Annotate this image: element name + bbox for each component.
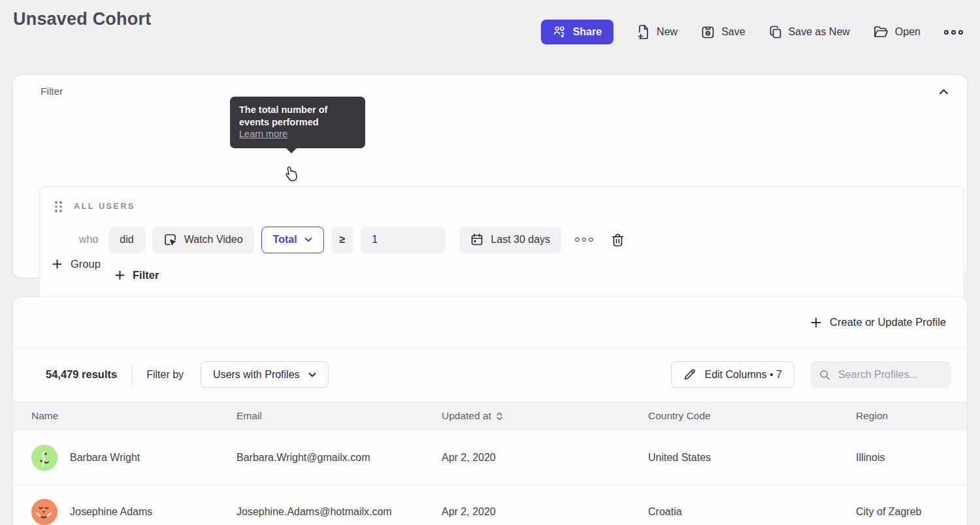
event-selector[interactable]: Watch Video (152, 227, 254, 253)
edit-columns-label: Edit Columns • 7 (704, 369, 782, 381)
delete-row-icon[interactable] (605, 233, 630, 247)
did-label: did (120, 234, 133, 246)
create-or-update-profile-button[interactable]: Create or Update Profile (811, 316, 946, 328)
table-row[interactable]: Barbara Wright Barbara.Wright@gmailx.com… (13, 431, 967, 485)
cell-updated-at: Apr 2, 2020 (442, 452, 648, 464)
plus-icon (52, 259, 62, 269)
event-icon (163, 233, 177, 247)
cell-region: City of Zagreb (856, 506, 967, 518)
filter-panel: Filter ALL USERS who did (13, 75, 967, 278)
create-profile-label: Create or Update Profile (830, 316, 946, 328)
chevron-down-icon (308, 372, 316, 377)
row-more-options-icon[interactable] (568, 238, 600, 242)
search-icon (819, 368, 830, 381)
filter-by-label: Filter by (146, 369, 184, 381)
calendar-icon (470, 233, 483, 246)
cell-updated-at: Apr 2, 2020 (442, 506, 648, 518)
operator-label: ≥ (340, 234, 346, 246)
column-header-email[interactable]: Email (237, 410, 442, 422)
save-label: Save (721, 26, 745, 38)
value-text: 1 (372, 234, 378, 246)
event-label: Watch Video (184, 234, 243, 246)
filter-condition-row: who did Watch Video Total (79, 227, 964, 253)
save-button[interactable]: Save (701, 25, 745, 39)
add-group-label: Group (71, 258, 101, 270)
table-header: Name Email Updated at Country Code Regio… (13, 401, 967, 431)
cell-name: Barbara Wright (70, 452, 140, 464)
save-as-new-button[interactable]: Save as New (769, 25, 850, 39)
profile-type-label: Users with Profiles (213, 369, 299, 381)
tooltip-learn-more-link[interactable]: Learn more (239, 129, 287, 139)
column-header-name[interactable]: Name (31, 410, 237, 422)
column-header-region[interactable]: Region (856, 410, 967, 422)
folder-open-icon (874, 25, 889, 39)
sort-icon[interactable] (497, 412, 502, 421)
open-label: Open (895, 26, 921, 38)
operator-selector[interactable]: ≥ (331, 227, 354, 253)
search-profiles-box[interactable] (810, 361, 951, 388)
aggregation-label: Total (273, 234, 297, 246)
divider (131, 365, 132, 385)
value-input[interactable]: 1 (361, 227, 446, 253)
add-filter-label: Filter (133, 269, 159, 281)
search-profiles-input[interactable] (838, 369, 942, 381)
who-label: who (79, 234, 98, 246)
cell-email: Barbara.Wright@gmailx.com (237, 452, 442, 464)
plus-icon (811, 317, 821, 328)
cell-name: Josephine Adams (70, 506, 152, 518)
avatar (31, 499, 57, 525)
new-file-icon (637, 25, 650, 39)
did-selector[interactable]: did (108, 227, 144, 253)
column-header-updated-at[interactable]: Updated at (442, 410, 648, 422)
table-row[interactable]: Josephine Adams Josephine.Adams@hotmailx… (13, 485, 967, 525)
share-label: Share (573, 26, 602, 38)
save-icon (701, 25, 715, 39)
avatar (31, 445, 57, 471)
filter-panel-label: Filter (41, 86, 63, 97)
profile-type-dropdown[interactable]: Users with Profiles (201, 361, 328, 388)
group-title: ALL USERS (74, 202, 135, 211)
results-toolbar: 54,479 results Filter by Users with Prof… (13, 348, 967, 401)
cell-country: Croatia (648, 506, 856, 518)
cohort-builder-page: Unsaved Cohort Share New (0, 0, 980, 525)
new-label: New (657, 26, 678, 38)
aggregation-selector[interactable]: Total (261, 227, 324, 253)
open-button[interactable]: Open (874, 25, 921, 39)
share-users-icon (553, 25, 566, 39)
add-filter-button[interactable]: Filter (115, 269, 159, 281)
add-group-button[interactable]: Group (52, 258, 101, 270)
tooltip-text: The total number of events performed (239, 104, 327, 127)
results-panel: Create or Update Profile 54,479 results … (13, 297, 967, 525)
edit-columns-button[interactable]: Edit Columns • 7 (671, 361, 794, 388)
top-toolbar: Share New Save (541, 20, 963, 44)
cell-region: Illinois (856, 452, 967, 464)
plus-icon (115, 270, 125, 280)
new-button[interactable]: New (637, 25, 678, 39)
column-header-country-code[interactable]: Country Code (648, 410, 856, 422)
cell-country: United States (648, 452, 856, 464)
aggregation-tooltip: The total number of events performed Lea… (230, 97, 365, 148)
date-range-selector[interactable]: Last 30 days (459, 227, 561, 253)
share-button[interactable]: Share (541, 20, 613, 44)
chevron-down-icon (304, 237, 312, 242)
save-as-new-label: Save as New (789, 26, 850, 38)
results-count: 54,479 results (46, 368, 117, 381)
drag-handle-icon[interactable] (55, 201, 62, 212)
copy-icon (769, 25, 782, 39)
date-range-label: Last 30 days (491, 234, 550, 246)
filter-group-card: ALL USERS who did Watch Video (39, 186, 964, 310)
more-options-icon[interactable] (944, 30, 963, 35)
page-title: Unsaved Cohort (13, 9, 151, 29)
pencil-icon (683, 368, 696, 381)
collapse-chevron-up-icon[interactable] (939, 89, 949, 95)
cell-email: Josephine.Adams@hotmailx.com (237, 506, 442, 518)
